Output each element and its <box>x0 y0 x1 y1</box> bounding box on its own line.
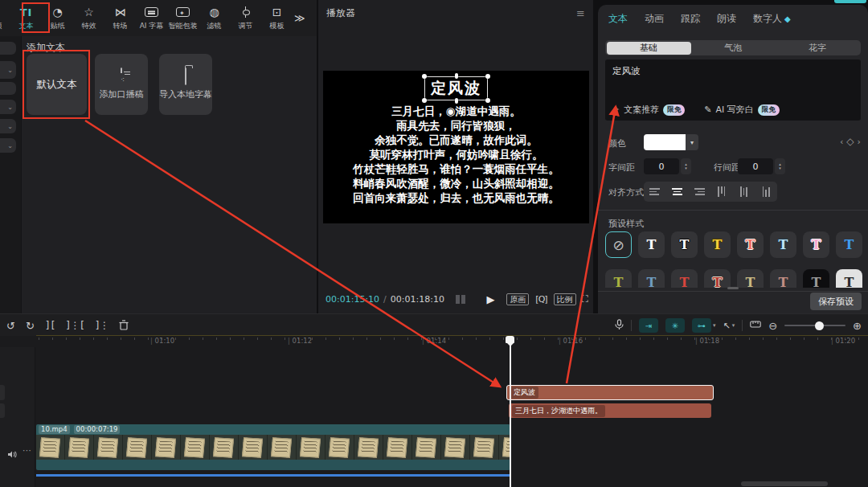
line-spacing-value[interactable]: 0 <box>738 158 773 174</box>
auto-snap-toggle[interactable]: ⇥ <box>639 318 658 333</box>
selection-handle[interactable] <box>422 74 427 79</box>
zoom-slider-knob[interactable] <box>815 321 824 330</box>
chevron-down-icon[interactable]: ▾ <box>713 322 716 329</box>
toolbar-item-filters[interactable]: ◍ 滤镜 <box>199 6 230 31</box>
playhead-handle[interactable] <box>506 336 514 343</box>
add-voiceover-script-card[interactable]: 添加口播稿 <box>95 54 148 115</box>
preset-style-tile[interactable]: T <box>704 231 731 258</box>
text-content-input[interactable]: 定风波 ✧ 文案推荐 限免 ✎ AI 写旁白 限免 <box>605 59 861 121</box>
ai-voiceover-button[interactable]: AI 写旁白 <box>715 104 753 116</box>
preview-axis-icon[interactable] <box>750 320 761 331</box>
playhead-line[interactable] <box>510 336 511 487</box>
align-vertical-middle-button[interactable] <box>733 182 755 202</box>
link-icon[interactable]: ⊶ <box>692 318 711 333</box>
selection-handle[interactable] <box>485 74 490 79</box>
export-button-partial[interactable] <box>834 0 866 3</box>
aspect-ratio-button[interactable]: 比例 <box>554 293 576 305</box>
toolbar-item-effects[interactable]: ☆ 特效 <box>73 6 104 31</box>
timeline-zoom-slider[interactable] <box>784 325 845 326</box>
zoom-in-icon[interactable]: ⊕ <box>853 321 862 331</box>
track-more-icon[interactable]: ⋯ <box>23 445 31 456</box>
split-delete-right-icon[interactable]: ]⋮ <box>95 321 108 330</box>
video-clip[interactable]: 10.mp4 00:00:07:19 <box>36 424 510 470</box>
undo-icon[interactable]: ↺ <box>6 321 15 331</box>
text-clip[interactable]: 三月七日，沙湖道中遇雨。 <box>509 403 711 418</box>
preset-style-tile[interactable]: T <box>836 231 862 258</box>
import-local-subtitles-card[interactable]: 导入本地字幕 <box>159 54 212 115</box>
timeline-ruler[interactable]: 01:1001:1201:1401:1601:1801:20 <box>0 336 868 347</box>
tab-digital-human[interactable]: 数字人◆ <box>753 12 791 26</box>
preset-style-tile[interactable]: T <box>638 269 665 288</box>
letter-spacing-value[interactable]: 0 <box>644 158 679 174</box>
preview-zoom-icon[interactable]: [Q] <box>534 293 547 305</box>
align-left-button[interactable] <box>644 182 666 202</box>
tab-animation[interactable]: 动画 <box>645 12 664 26</box>
copy-suggestion-button[interactable]: 文案推荐 <box>624 104 659 116</box>
line-spacing-stepper[interactable]: ▴▾ <box>775 158 785 174</box>
align-vertical-top-button[interactable] <box>710 182 733 202</box>
subtab-fancy-text[interactable]: 花字 <box>776 42 860 55</box>
preset-style-tile[interactable]: T <box>704 269 731 288</box>
split-clip-icon[interactable]: ][ <box>45 321 55 330</box>
keyframe-next-icon[interactable]: › <box>858 137 861 147</box>
preset-none-tile[interactable]: ⊘ <box>605 231 632 258</box>
letter-spacing-stepper[interactable]: ▴▾ <box>681 158 691 174</box>
horizontal-scrollbar[interactable] <box>741 481 828 486</box>
color-picker[interactable]: ▾ <box>644 134 698 150</box>
category-stub[interactable]: ⌄ <box>0 138 16 153</box>
preset-style-tile[interactable]: T <box>770 269 796 288</box>
scroll-indicator[interactable] <box>727 287 739 289</box>
preset-style-tile[interactable]: T <box>638 231 665 258</box>
video-preview[interactable]: 定风波 三月七日，◉湖道中遇雨。 雨具先去，同行皆狼狈， 余独不觉。已而遂晴，故… <box>323 71 589 223</box>
tab-read-aloud[interactable]: 朗读 <box>717 12 736 26</box>
preset-style-tile[interactable]: T <box>737 231 764 258</box>
preset-style-tile[interactable]: T <box>803 231 829 258</box>
subtab-bubble[interactable]: 气泡 <box>691 42 776 55</box>
subtab-basic[interactable]: 基础 <box>607 42 691 55</box>
timeline[interactable]: 01:1001:1201:1401:1601:1801:20 ⋯ 定风波 三月七… <box>0 336 868 487</box>
save-preset-button[interactable]: 保存预设 <box>810 293 862 310</box>
player-menu-icon[interactable]: ≡ <box>576 7 585 19</box>
category-stub[interactable]: ⌄ <box>0 61 16 79</box>
preset-style-tile[interactable]: T <box>803 269 829 288</box>
select-tool[interactable]: ↖ ▾ <box>723 321 735 330</box>
selection-handle[interactable] <box>455 98 458 104</box>
delete-icon[interactable] <box>119 320 129 332</box>
preview-linkage-toggle[interactable]: ✳ <box>665 318 685 333</box>
tab-text[interactable]: 文本 <box>608 12 628 26</box>
split-delete-left-icon[interactable]: ]⋮[ <box>65 321 84 330</box>
toolbar-item-audio[interactable]: ♪ 音频 <box>0 6 10 31</box>
play-button[interactable]: ▶ <box>486 293 494 305</box>
preset-style-tile[interactable]: T <box>671 231 698 258</box>
color-swatch[interactable] <box>644 134 686 150</box>
category-stub[interactable]: ⌄ <box>0 119 16 133</box>
tab-tracking[interactable]: 跟踪 <box>681 12 700 26</box>
selection-handle[interactable] <box>485 98 490 103</box>
toolbar-item-transition[interactable]: ⋈ 转场 <box>104 6 136 31</box>
original-quality-button[interactable]: 原画 <box>506 293 529 305</box>
selection-handle[interactable] <box>422 98 427 103</box>
align-right-button[interactable] <box>688 182 710 202</box>
record-voiceover-icon[interactable] <box>615 319 624 332</box>
preset-style-tile[interactable]: T <box>605 269 632 288</box>
toolbar-more-chevrons-icon[interactable]: ≫ <box>294 12 305 24</box>
preset-style-tile[interactable]: T <box>671 269 698 288</box>
selection-handle[interactable] <box>455 73 458 79</box>
keyframe-diamond-icon[interactable]: ◇ <box>846 136 854 147</box>
selected-text-element[interactable]: 定风波 <box>424 76 488 100</box>
align-vertical-bottom-button[interactable] <box>755 182 777 202</box>
category-stub[interactable]: ⌄ <box>0 100 16 114</box>
toolbar-item-smart-packaging[interactable]: 智能包装 <box>167 6 199 31</box>
keyframe-control[interactable]: ‹ ◇ › <box>840 136 861 147</box>
mute-track-icon[interactable] <box>7 450 17 460</box>
preset-style-tile[interactable]: T <box>737 269 764 288</box>
chevron-down-icon[interactable]: ▾ <box>686 134 698 150</box>
link-clips-toggle[interactable]: ⊶ ▾ <box>692 318 716 333</box>
preset-style-tile[interactable]: T <box>770 231 796 258</box>
align-center-button[interactable] <box>666 182 689 202</box>
split-preview-icon[interactable] <box>456 295 466 304</box>
redo-icon[interactable]: ↻ <box>26 321 35 331</box>
toolbar-item-template[interactable]: ⊡ 模板 <box>261 6 293 31</box>
category-stub[interactable] <box>0 42 16 55</box>
fullscreen-icon[interactable]: ⛶ <box>582 293 588 305</box>
